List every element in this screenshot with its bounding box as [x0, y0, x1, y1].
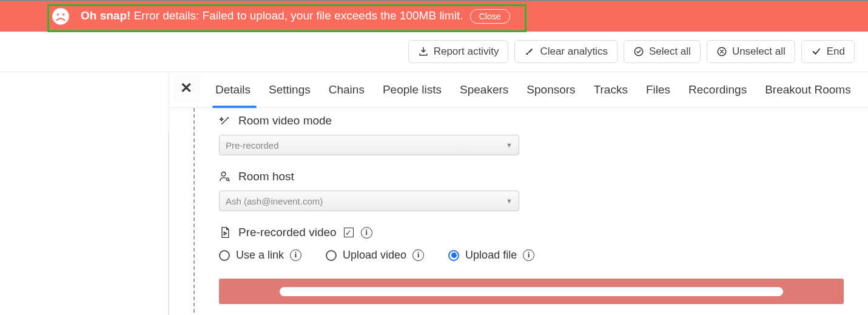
close-panel-button[interactable]: ✕ — [173, 75, 200, 101]
person-key-icon — [219, 171, 231, 183]
left-sidebar-area — [0, 72, 169, 315]
tab-chains[interactable]: Chains — [329, 83, 365, 101]
prerec-checkbox[interactable]: ✓ — [344, 228, 354, 237]
close-icon: ✕ — [180, 80, 192, 97]
upload-progress-bar — [280, 287, 783, 296]
tab-speakers[interactable]: Speakers — [460, 83, 508, 101]
download-icon — [418, 46, 429, 57]
frown-icon — [52, 7, 70, 25]
room-video-mode-field: Room video mode Pre-recorded ▼ — [219, 114, 844, 155]
alert-close-button[interactable]: Close — [470, 9, 510, 24]
info-icon[interactable]: i — [290, 249, 301, 261]
radio-icon — [219, 250, 230, 261]
radio-upload-file-label: Upload file — [465, 249, 517, 262]
svg-point-3 — [634, 47, 643, 56]
magic-wand-icon — [219, 115, 231, 127]
radio-use-link[interactable]: Use a link i — [219, 249, 301, 262]
brush-icon — [524, 46, 535, 57]
x-circle-icon — [716, 46, 727, 57]
tab-tracks[interactable]: Tracks — [594, 83, 628, 101]
radio-upload-file[interactable]: Upload file i — [448, 249, 534, 262]
alert-text: Oh snap! Error details: Failed to upload… — [81, 9, 510, 24]
video-file-icon — [219, 226, 231, 239]
radio-link-label: Use a link — [236, 249, 284, 262]
tab-bar: Details Settings Chains People lists Spe… — [169, 72, 868, 108]
host-label: Room host — [238, 170, 294, 183]
info-icon[interactable]: i — [523, 249, 534, 261]
tab-settings[interactable]: Settings — [269, 83, 311, 101]
clear-label: Clear analytics — [540, 46, 608, 58]
end-button[interactable]: End — [801, 40, 855, 63]
host-value: Ash (ash@inevent.com) — [226, 196, 323, 206]
prerec-label: Pre-recorded video — [238, 226, 337, 239]
error-alert: Oh snap! Error details: Failed to upload… — [0, 0, 868, 32]
detail-panel: ✕ Details Settings Chains People lists S… — [169, 72, 868, 315]
radio-upload-video-label: Upload video — [343, 249, 406, 262]
chevron-down-icon: ▼ — [506, 197, 513, 205]
chevron-down-icon: ▼ — [506, 141, 513, 149]
tab-breakout-rooms[interactable]: Breakout Rooms — [765, 83, 851, 101]
info-icon[interactable]: i — [412, 249, 424, 261]
alert-title: Oh snap! — [81, 9, 130, 22]
tab-people-lists[interactable]: People lists — [383, 83, 442, 101]
check-icon — [811, 46, 822, 57]
radio-icon-selected — [448, 250, 459, 261]
upload-progress-area — [219, 279, 844, 304]
svg-point-1 — [57, 13, 59, 16]
radio-upload-video[interactable]: Upload video i — [326, 249, 424, 262]
tab-details[interactable]: Details — [215, 83, 251, 101]
prerecorded-video-field: Pre-recorded video ✓ i Use a link i Uplo… — [219, 226, 844, 304]
room-host-field: Room host Ash (ash@inevent.com) ▼ — [219, 170, 844, 211]
video-source-radios: Use a link i Upload video i Upload file … — [219, 249, 844, 262]
main-content: ✕ Details Settings Chains People lists S… — [0, 72, 868, 315]
video-mode-label: Room video mode — [238, 114, 332, 127]
clear-analytics-button[interactable]: Clear analytics — [514, 40, 617, 63]
check-circle-icon — [633, 46, 644, 57]
svg-point-6 — [226, 178, 229, 180]
report-label: Report activity — [434, 46, 499, 58]
svg-point-0 — [52, 8, 69, 25]
svg-point-5 — [221, 172, 226, 177]
action-toolbar: Report activity Clear analytics Select a… — [0, 32, 868, 72]
tab-sponsors[interactable]: Sponsors — [527, 83, 575, 101]
radio-icon — [326, 250, 337, 261]
report-activity-button[interactable]: Report activity — [408, 40, 509, 63]
select-all-label: Select all — [649, 46, 691, 58]
svg-point-2 — [62, 13, 65, 16]
end-label: End — [827, 46, 845, 58]
tab-files[interactable]: Files — [646, 83, 670, 101]
form-content: ▲ Room video mode Pre-recorded ▼ Room ho… — [193, 108, 868, 315]
host-select[interactable]: Ash (ash@inevent.com) ▼ — [219, 191, 519, 211]
unselect-all-label: Unselect all — [732, 46, 786, 58]
unselect-all-button[interactable]: Unselect all — [707, 40, 795, 63]
alert-message: Error details: Failed to upload, your fi… — [134, 9, 463, 22]
video-mode-value: Pre-recorded — [226, 140, 279, 151]
video-mode-select[interactable]: Pre-recorded ▼ — [219, 135, 519, 155]
tab-recordings[interactable]: Recordings — [688, 83, 747, 101]
info-icon[interactable]: i — [361, 227, 372, 239]
select-all-button[interactable]: Select all — [624, 40, 701, 63]
